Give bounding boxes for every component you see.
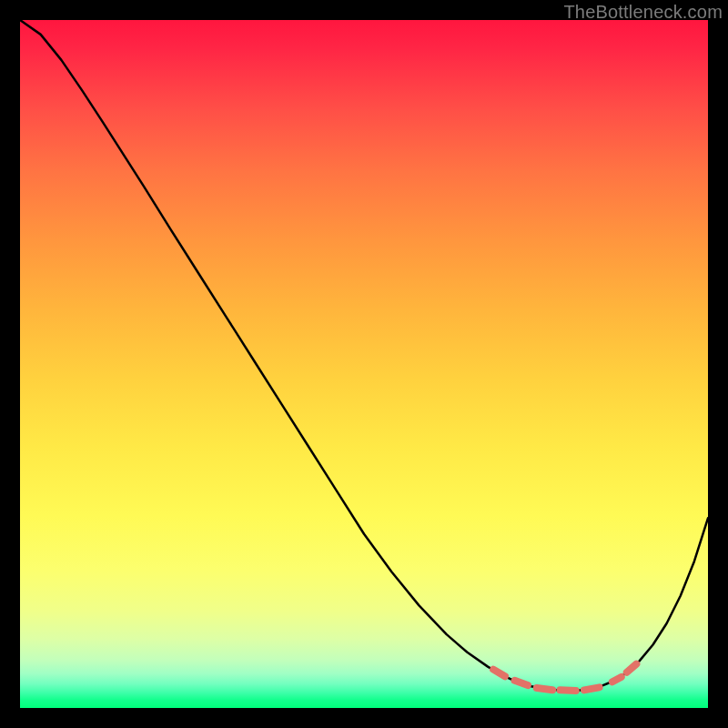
watermark-text: TheBottleneck.com: [563, 2, 723, 23]
marker-segment-0: [493, 670, 505, 677]
marker-segment-2: [537, 688, 552, 690]
plot-area: [20, 20, 708, 708]
marker-segment-4: [584, 687, 600, 690]
marker-segment-6: [627, 664, 637, 672]
marker-segment-1: [515, 681, 528, 685]
marker-segment-3: [560, 690, 575, 691]
marker-segment-5: [612, 677, 622, 682]
chart-stage: TheBottleneck.com: [0, 0, 728, 728]
marker-layer: [20, 20, 708, 708]
optimal-range-markers: [493, 664, 636, 691]
